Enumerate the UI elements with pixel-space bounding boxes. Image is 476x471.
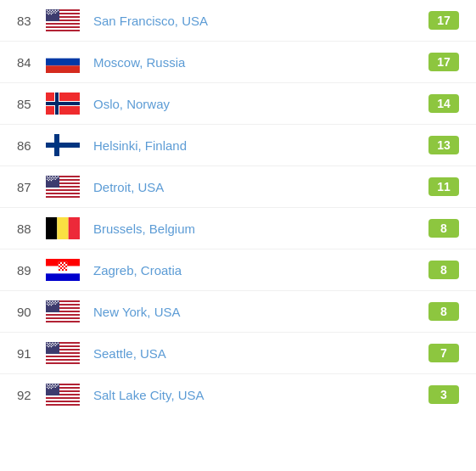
svg-point-109 [49,343,51,345]
svg-point-93 [54,303,56,305]
svg-point-45 [54,177,56,178]
svg-point-12 [58,10,59,12]
city-name[interactable]: New York, USA [93,305,428,319]
svg-rect-70 [62,266,64,267]
svg-point-8 [47,10,48,12]
country-flag [44,50,81,74]
city-name[interactable]: Brussels, Belgium [93,221,428,236]
rank-number: 88 [17,221,44,236]
city-name[interactable]: Salt Lake City, USA [93,388,428,402]
score-badge: 3 [428,385,459,404]
svg-point-116 [54,345,56,346]
svg-point-98 [48,305,49,306]
svg-point-52 [51,177,53,179]
country-flag [44,8,81,32]
svg-rect-81 [46,312,80,314]
country-flag [44,383,81,407]
svg-point-20 [56,11,58,13]
svg-point-54 [56,177,58,179]
city-name[interactable]: Detroit, USA [93,180,428,194]
svg-rect-57 [46,217,57,239]
svg-point-114 [49,345,51,346]
svg-point-140 [48,385,49,387]
rank-number: 90 [17,305,44,319]
rank-number: 85 [17,97,44,111]
svg-point-141 [51,385,53,387]
svg-rect-58 [57,217,68,239]
svg-rect-106 [46,361,80,362]
city-name[interactable]: Moscow, Russia [93,55,428,70]
svg-point-49 [52,178,53,180]
svg-point-138 [52,386,53,388]
svg-point-144 [48,388,49,390]
svg-point-133 [52,384,53,386]
city-name[interactable]: Seattle, USA [93,346,428,361]
svg-rect-67 [60,264,62,266]
svg-point-43 [49,177,51,178]
city-name[interactable]: Oslo, Norway [93,97,428,111]
svg-point-92 [52,303,53,305]
country-flag [44,175,81,199]
svg-point-110 [52,343,53,345]
svg-point-50 [54,178,56,180]
city-name[interactable]: Zagreb, Croatia [93,263,428,278]
rank-number: 83 [17,14,44,28]
svg-point-99 [51,305,53,306]
svg-point-53 [53,177,55,179]
table-row: 87 Detroit, USA 11 [0,166,476,208]
city-name[interactable]: San Francisco, USA [93,14,428,28]
svg-point-16 [54,12,56,14]
svg-point-137 [49,386,51,388]
svg-point-87 [52,301,53,303]
svg-point-97 [56,302,58,304]
svg-point-22 [51,14,53,15]
svg-point-96 [53,302,55,304]
table-row: 92 Salt Lake City, USA 3 [0,374,476,415]
svg-rect-68 [64,264,65,266]
svg-rect-30 [46,102,80,105]
svg-point-135 [58,384,59,386]
svg-rect-39 [46,191,80,193]
svg-point-13 [47,12,48,14]
svg-point-112 [58,343,59,345]
svg-rect-83 [46,319,80,321]
svg-point-131 [47,384,48,386]
svg-point-119 [53,344,55,345]
svg-rect-66 [65,262,67,264]
score-badge: 13 [428,136,459,154]
rank-number: 84 [17,55,44,70]
svg-point-115 [52,345,53,346]
svg-point-21 [48,14,49,15]
svg-point-139 [54,386,56,388]
table-row: 86 Helsinki, Finland 13 [0,125,476,166]
ranking-list: 83 San Francisco, USA 17 84 [0,0,476,415]
svg-rect-5 [46,25,80,26]
svg-point-11 [54,10,56,12]
table-row: 83 San Francisco, USA 17 [0,0,476,42]
svg-point-14 [49,12,51,14]
svg-rect-74 [59,269,60,271]
table-row: 91 Seattle, USA 7 [0,333,476,374]
svg-point-134 [54,384,56,386]
rank-number: 89 [17,263,44,278]
city-name[interactable]: Helsinki, Finland [93,138,428,153]
svg-point-120 [56,344,58,345]
svg-point-48 [49,178,51,180]
svg-rect-38 [46,188,80,189]
svg-point-136 [47,386,48,388]
svg-point-15 [52,12,53,14]
svg-point-19 [53,11,55,13]
svg-rect-82 [46,316,80,317]
svg-point-55 [48,180,49,182]
svg-point-122 [51,346,53,348]
svg-point-10 [52,10,53,12]
svg-point-145 [51,388,53,390]
svg-point-86 [49,301,51,303]
svg-point-47 [47,178,48,180]
svg-rect-127 [46,395,80,397]
svg-rect-64 [59,262,60,264]
svg-rect-4 [46,21,80,23]
svg-point-89 [58,301,59,303]
table-row: 84 Moscow, Russia 17 [0,42,476,83]
rank-number: 87 [17,180,44,194]
